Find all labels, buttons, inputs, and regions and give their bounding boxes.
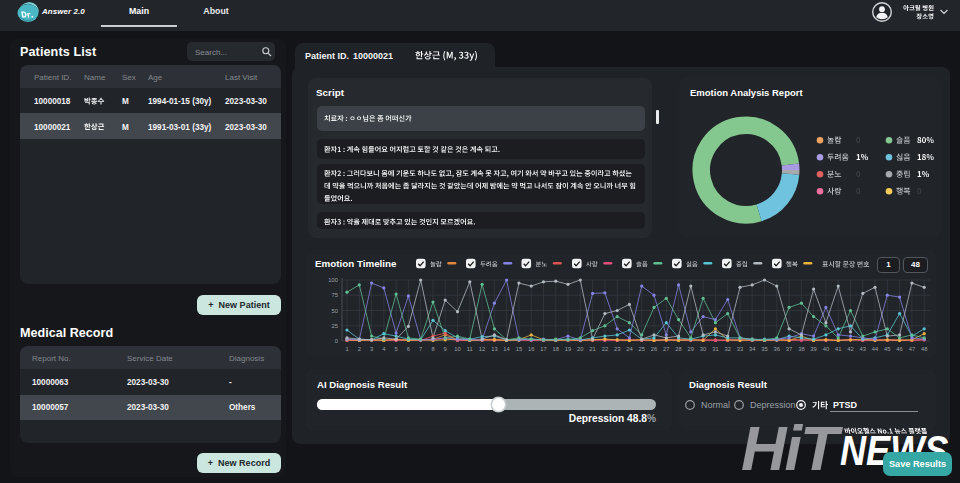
svg-text:27: 27 <box>663 346 669 352</box>
svg-text:31: 31 <box>712 346 718 352</box>
svg-text:29: 29 <box>688 346 694 352</box>
svg-text:37: 37 <box>786 346 792 352</box>
svg-text:19: 19 <box>565 346 571 352</box>
svg-text:30: 30 <box>700 346 706 352</box>
svg-text:16: 16 <box>528 346 534 352</box>
svg-text:23: 23 <box>614 346 620 352</box>
svg-text:75: 75 <box>332 292 338 298</box>
svg-text:48: 48 <box>921 346 927 352</box>
svg-text:2: 2 <box>358 346 361 352</box>
svg-text:15: 15 <box>516 346 522 352</box>
svg-text:9: 9 <box>444 346 447 352</box>
svg-text:46: 46 <box>896 346 902 352</box>
svg-text:0: 0 <box>335 338 338 344</box>
svg-text:8: 8 <box>431 346 434 352</box>
svg-text:1: 1 <box>345 346 348 352</box>
svg-text:35: 35 <box>761 346 767 352</box>
svg-text:43: 43 <box>860 346 866 352</box>
svg-text:40: 40 <box>823 346 829 352</box>
svg-text:22: 22 <box>602 346 608 352</box>
svg-text:11: 11 <box>467 346 473 352</box>
svg-text:26: 26 <box>651 346 657 352</box>
svg-text:25: 25 <box>638 346 644 352</box>
svg-text:36: 36 <box>774 346 780 352</box>
svg-text:3: 3 <box>370 346 373 352</box>
svg-text:100: 100 <box>328 277 338 283</box>
svg-text:33: 33 <box>737 346 743 352</box>
svg-text:20: 20 <box>577 346 583 352</box>
svg-text:14: 14 <box>503 346 510 352</box>
svg-text:13: 13 <box>491 346 497 352</box>
svg-text:38: 38 <box>798 346 804 352</box>
svg-text:21: 21 <box>589 346 595 352</box>
svg-text:25: 25 <box>332 323 338 329</box>
svg-text:5: 5 <box>394 346 397 352</box>
svg-text:47: 47 <box>909 346 915 352</box>
svg-text:6: 6 <box>407 346 410 352</box>
svg-text:44: 44 <box>872 346 879 352</box>
svg-text:4: 4 <box>382 346 386 352</box>
svg-text:32: 32 <box>724 346 730 352</box>
svg-text:12: 12 <box>479 346 485 352</box>
svg-text:34: 34 <box>749 346 756 352</box>
svg-text:28: 28 <box>675 346 681 352</box>
svg-text:18: 18 <box>553 346 559 352</box>
svg-text:39: 39 <box>810 346 816 352</box>
svg-text:17: 17 <box>540 346 546 352</box>
svg-text:45: 45 <box>884 346 890 352</box>
svg-text:7: 7 <box>419 346 422 352</box>
svg-text:42: 42 <box>847 346 853 352</box>
svg-text:10: 10 <box>454 346 460 352</box>
svg-text:41: 41 <box>835 346 841 352</box>
svg-text:50: 50 <box>332 308 338 314</box>
svg-text:24: 24 <box>626 346 633 352</box>
